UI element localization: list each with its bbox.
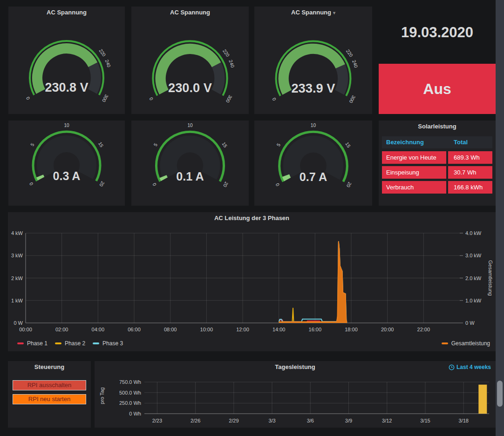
y-tick-label: 750.0 Wh [119,379,141,385]
panel-title-text: AC Spannung [47,9,87,16]
panel-ac-leistung: AC Leistung der 3 Phasen 00:0002:0004:00… [8,212,496,351]
panel-ac-current-3: 051015200.7 A [254,121,372,206]
chevron-down-icon[interactable]: ▾ [333,10,335,15]
gauge-tick-label: 220 [98,48,107,57]
x-tick-label: 04:00 [92,327,105,332]
gauge-tick-label: 10 [64,123,69,128]
panel-solarleistung: Solarleistung Bezeichnung Total Energie … [379,121,496,206]
series-line-Gesamtleistung [279,241,347,322]
gauge-value: 0.1 A [176,170,204,183]
legend-label: Gesamtleistung [451,340,490,347]
panel-title-text: AC Spannung [291,9,331,16]
panel-ac-voltage-3: AC Spannung▾ 0220240300233.9 V [254,7,372,114]
x-tick-label: 2/23 [152,418,162,423]
y-tick-label-left: 1 kW [11,298,23,303]
series-area-Gesamtleistung [279,241,347,323]
gauge-value: 233.9 V [291,81,335,95]
power-state-panel[interactable]: Aus [379,64,496,114]
solar-table: Bezeichnung Total Energie von Heute689.3… [382,136,492,196]
solar-table-rows: Energie von Heute689.3 WhEinspeisung30.7… [382,151,492,194]
x-tick-label: 2/29 [229,418,238,423]
y-axis-label: pro Tag [99,387,105,404]
gauge-tick-label: 0 [28,181,34,186]
current-gauge-3: 051015200.7 A [254,121,372,207]
gauge-tick-label: 0 [271,97,277,101]
panel-title-ac-voltage-1[interactable]: AC Spannung [8,7,125,19]
gauge-tick-label: 0 [151,182,157,187]
y-tick-label-left: 3 kW [11,253,23,258]
table-cell-total: 30.7 Wh [448,166,492,179]
legend-item-gesamtleistung[interactable]: Gesamtleistung [442,340,490,347]
gauge-tick-label: 300 [348,94,356,104]
panel-title-ac-voltage-3[interactable]: AC Spannung▾ [254,7,372,19]
legend-color-dash [17,342,24,344]
legend-label: Phase 2 [65,340,85,347]
scrollbar-thumb[interactable] [497,381,503,407]
panel-ac-voltage-1: AC Spannung 0220240300230.8 V [8,7,125,114]
voltage-gauge-2: 0220240300230.0 V [131,19,249,113]
legend-label: Phase 3 [102,340,123,347]
x-tick-label: 14:00 [272,327,286,332]
panel-title-text: Solarleistung [418,123,456,130]
gauge-value: 0.3 A [53,169,81,182]
solar-col-total[interactable]: Total [448,136,492,148]
solar-table-header: Bezeichnung Total [382,136,492,148]
table-cell-total: 689.3 Wh [448,151,492,164]
scrollbar-track[interactable] [496,0,504,436]
x-tick-label: 3/3 [268,418,275,423]
x-tick-label: 22:00 [417,327,430,332]
table-row: Verbrauch166.8 kWh [382,181,492,194]
table-cell-bezeichnung: Verbrauch [382,181,446,194]
gauge-tick-label: 0 [25,96,31,101]
gauge-tick-label: 10 [187,123,193,128]
gauge-value: 230.8 V [45,80,88,94]
rpi-restart-button[interactable]: RPI neu starten [13,394,86,404]
x-tick-label: 3/12 [382,418,392,423]
x-tick-label: 18:00 [345,327,358,332]
panel-title-ac-voltage-2[interactable]: AC Spannung [131,7,249,19]
y-tick-label-right: 4.0 kW [465,230,482,236]
x-tick-label: 00:00 [19,327,32,332]
gauge-tick-label: 300 [101,94,109,103]
chart-legend-right: Gesamtleistung [442,340,490,347]
panel-ac-current-2: 051015200.1 A [131,121,249,206]
y-tick-label: 250.0 Wh [119,400,141,406]
current-gauge-1: 051015200.3 A [8,121,125,206]
x-tick-label: 3/15 [420,418,430,423]
gauge-tick-label: 20 [346,181,353,188]
panel-title-steuerung[interactable]: Steuerung [8,361,91,373]
rpi-shutdown-button[interactable]: RPI ausschalten [13,380,86,390]
gauge-tick-label: 5 [276,142,282,148]
legend-color-dash [55,342,61,344]
gauge-tick-label: 240 [351,60,359,69]
x-tick-label: 3/18 [458,418,468,423]
y-tick-label-right: 3.0 kW [465,253,482,258]
x-tick-label: 2/26 [191,418,200,423]
legend-item-phase-1[interactable]: Phase 1 [17,340,48,347]
legend-item-phase-2[interactable]: Phase 2 [55,340,85,347]
current-gauge-2: 051015200.1 A [131,121,249,206]
y-tick-label: 0 Wh [129,411,141,416]
legend-item-phase-3[interactable]: Phase 3 [93,340,123,347]
gauge-tick-label: 0 [274,182,280,187]
panel-title-solarleistung[interactable]: Solarleistung [379,121,496,133]
gauge-tick-label: 220 [345,48,354,58]
x-tick-label: 06:00 [128,327,141,332]
panel-tagesleistung: Tagesleistung Last 4 weeks 2/232/262/293… [95,361,496,428]
panel-steuerung: Steuerung RPI ausschalten RPI neu starte… [8,361,91,428]
power-state-text: Aus [423,80,451,98]
table-row: Einspeisung30.7 Wh [382,166,492,179]
panel-ac-voltage-2: AC Spannung 0220240300230.0 V [131,7,249,114]
panel-title-text: AC Spannung [170,9,210,16]
tagesleistung-chart: 2/232/262/293/33/63/93/123/153/180 Wh250… [95,361,496,428]
series-line-Phase 3 [279,241,347,322]
voltage-gauge-3: 0220240300233.9 V [254,19,372,113]
legend-label: Phase 1 [27,340,48,347]
gauge-tick-label: 15 [97,141,104,148]
x-tick-label: 3/6 [307,418,314,423]
gauge-tick-label: 5 [153,142,159,148]
y-tick-label-left: 2 kW [11,275,23,281]
y-tick-label-right: 1.0 kW [465,298,482,303]
solar-col-bezeichnung[interactable]: Bezeichnung [382,136,446,148]
date-display: 19.03.2020 [379,19,496,47]
